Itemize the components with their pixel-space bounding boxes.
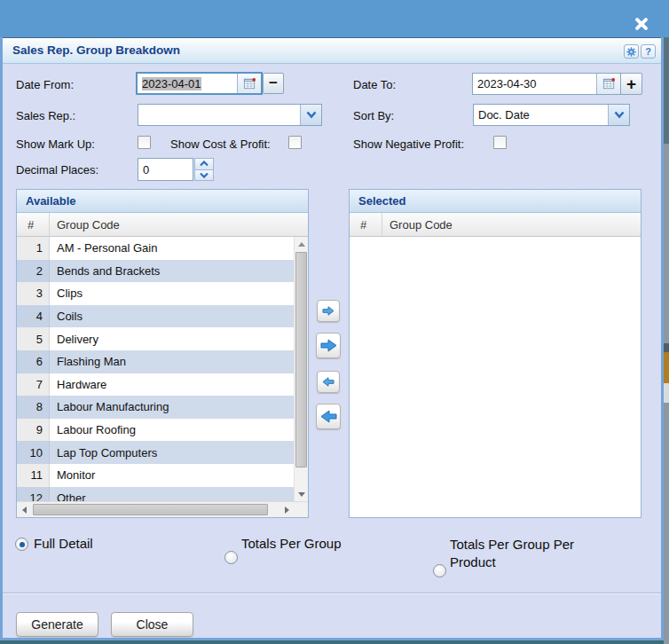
close-button[interactable]: Close bbox=[111, 612, 193, 637]
move-all-right-button[interactable] bbox=[316, 333, 341, 358]
generate-button[interactable]: Generate bbox=[16, 612, 98, 637]
date-to-calendar-button[interactable] bbox=[596, 74, 620, 94]
radio-full-detail[interactable] bbox=[15, 538, 28, 551]
triangle-down-icon bbox=[298, 492, 305, 497]
show-cost-profit-checkbox[interactable] bbox=[288, 136, 302, 149]
sales-rep-select[interactable] bbox=[138, 104, 322, 126]
show-negative-profit-checkbox[interactable] bbox=[493, 136, 507, 149]
row-group-code: Coils bbox=[50, 305, 83, 328]
radio-totals-per-group[interactable] bbox=[224, 551, 238, 564]
table-row[interactable]: 2Bends and Brackets bbox=[17, 260, 294, 283]
radio-totals-per-group-label: Totals Per Group bbox=[241, 536, 342, 551]
selected-panel-title: Selected bbox=[350, 190, 641, 213]
move-all-left-button[interactable] bbox=[316, 404, 341, 429]
decimal-places-stepper bbox=[194, 158, 214, 181]
row-number: 6 bbox=[17, 350, 50, 373]
dialog-titlebar: Sales Rep. Group Breakdown ? bbox=[3, 37, 661, 64]
date-to-input[interactable]: 2023-04-30 bbox=[473, 74, 596, 94]
available-column-header: # Group Code bbox=[17, 213, 308, 237]
chevron-down-icon bbox=[614, 111, 625, 119]
table-row[interactable]: 3Clips bbox=[17, 282, 294, 305]
sales-rep-label: Sales Rep.: bbox=[16, 109, 75, 122]
footer-divider bbox=[3, 593, 661, 594]
stepper-down-button[interactable] bbox=[194, 170, 214, 182]
table-row[interactable]: 5Delivery bbox=[17, 327, 294, 350]
close-icon[interactable] bbox=[632, 14, 651, 34]
date-from-calendar-button[interactable] bbox=[237, 74, 261, 93]
table-row[interactable]: 1AM - Personal Gain bbox=[17, 237, 294, 260]
available-panel: Available # Group Code 1AM - Personal Ga… bbox=[16, 189, 309, 518]
row-group-code: Lap Top Computers bbox=[50, 441, 157, 464]
table-row[interactable]: 12Other bbox=[17, 487, 294, 501]
background-fragment bbox=[664, 144, 669, 343]
triangle-left-icon bbox=[22, 507, 27, 514]
horizontal-scrollbar-thumb[interactable] bbox=[33, 504, 268, 515]
decimal-places-input[interactable]: 0 bbox=[138, 158, 193, 181]
stepper-up-button[interactable] bbox=[194, 158, 214, 170]
settings-button[interactable] bbox=[624, 44, 639, 59]
vertical-scrollbar-thumb[interactable] bbox=[295, 252, 307, 467]
decimal-places-value: 0 bbox=[138, 159, 149, 180]
row-group-code: Labour Roofing bbox=[50, 419, 136, 442]
available-panel-title: Available bbox=[17, 190, 308, 213]
column-header-group-code: Group Code bbox=[50, 218, 308, 232]
scroll-up-button[interactable] bbox=[295, 237, 308, 251]
background-fragment bbox=[664, 403, 669, 474]
sort-by-dropdown-trigger[interactable] bbox=[608, 105, 629, 125]
help-button[interactable]: ? bbox=[641, 44, 656, 59]
sort-by-value: Doc. Date bbox=[474, 105, 608, 125]
sales-rep-value bbox=[138, 105, 300, 125]
table-row[interactable]: 8Labour Manufacturing bbox=[17, 396, 294, 419]
row-group-code: Other bbox=[50, 487, 86, 501]
sort-by-select[interactable]: Doc. Date bbox=[473, 104, 630, 126]
arrow-right-icon bbox=[322, 306, 334, 316]
background-fragment bbox=[664, 352, 669, 383]
row-number: 11 bbox=[17, 464, 50, 487]
move-selected-right-button[interactable] bbox=[317, 300, 340, 322]
row-number: 7 bbox=[17, 373, 50, 397]
background-fragment bbox=[664, 343, 669, 352]
sort-by-label: Sort By: bbox=[353, 109, 394, 122]
row-number: 3 bbox=[17, 282, 50, 305]
date-from-label: Date From: bbox=[16, 78, 74, 91]
row-group-code: Clips bbox=[50, 282, 83, 305]
date-from-minus-button[interactable]: − bbox=[263, 73, 284, 94]
row-number: 4 bbox=[17, 305, 50, 328]
date-to-value: 2023-04-30 bbox=[477, 77, 537, 90]
radio-totals-per-group-per-product-label: Totals Per Group Per Product bbox=[450, 536, 601, 571]
scroll-right-button[interactable] bbox=[279, 502, 294, 517]
move-selected-left-button[interactable] bbox=[317, 371, 340, 393]
column-header-number: # bbox=[17, 213, 50, 236]
table-row[interactable]: 10Lap Top Computers bbox=[17, 441, 294, 464]
show-negative-profit-label: Show Negative Profit: bbox=[353, 137, 464, 151]
arrow-left-icon bbox=[322, 377, 334, 387]
horizontal-scrollbar[interactable] bbox=[17, 501, 308, 517]
row-number: 9 bbox=[17, 419, 50, 442]
row-group-code: Delivery bbox=[50, 327, 98, 350]
background-fragment bbox=[664, 37, 669, 144]
sales-rep-dropdown-trigger[interactable] bbox=[300, 105, 321, 125]
plus-icon: + bbox=[626, 75, 636, 94]
show-mark-up-checkbox[interactable] bbox=[138, 136, 151, 149]
table-row[interactable]: 6Flashing Man bbox=[17, 350, 294, 373]
row-group-code: Labour Manufacturing bbox=[50, 396, 169, 419]
row-number: 10 bbox=[17, 441, 50, 464]
vertical-scrollbar[interactable] bbox=[294, 237, 308, 501]
background-page-sliver bbox=[664, 37, 669, 644]
background-bottom-strip bbox=[0, 640, 664, 644]
radio-totals-per-group-per-product[interactable] bbox=[433, 564, 446, 577]
date-to-plus-button[interactable]: + bbox=[620, 73, 642, 95]
selected-list-body bbox=[350, 237, 641, 517]
column-header-group-code: Group Code bbox=[382, 218, 641, 232]
table-row[interactable]: 9Labour Roofing bbox=[17, 419, 294, 442]
table-row[interactable]: 4Coils bbox=[17, 305, 294, 328]
radio-full-detail-label: Full Detail bbox=[34, 536, 93, 551]
calendar-icon bbox=[602, 77, 616, 90]
available-rows: 1AM - Personal Gain2Bends and Brackets3C… bbox=[17, 237, 294, 501]
date-from-input[interactable]: 2023-04-01 bbox=[138, 74, 237, 93]
available-list-body: 1AM - Personal Gain2Bends and Brackets3C… bbox=[17, 237, 308, 501]
scroll-down-button[interactable] bbox=[295, 487, 308, 501]
table-row[interactable]: 7Hardware bbox=[17, 373, 294, 397]
table-row[interactable]: 11Monitor bbox=[17, 464, 294, 487]
scroll-left-button[interactable] bbox=[17, 502, 31, 517]
